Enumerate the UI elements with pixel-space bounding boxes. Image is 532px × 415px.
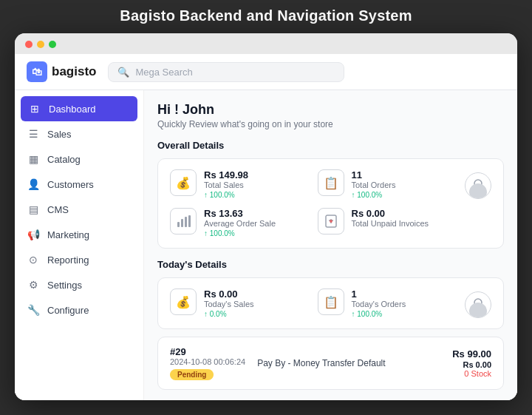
- unpaid-invoices-value: Rs 0.00: [352, 208, 429, 219]
- today-avatar: [465, 291, 491, 318]
- dot-minimize[interactable]: [37, 41, 44, 48]
- sidebar-item-customers[interactable]: 👤 Customers: [15, 172, 143, 197]
- overall-section-title: Overall Details: [157, 140, 504, 151]
- today-section-title: Today's Details: [157, 259, 504, 270]
- app-header: 🛍 bagisto 🔍 Mega Search: [15, 54, 517, 90]
- stat-total-orders: 📋 11 Total Orders 100.0%: [318, 169, 454, 199]
- search-bar[interactable]: 🔍 Mega Search: [108, 62, 344, 82]
- avg-order-icon: [170, 208, 197, 235]
- sidebar-item-label-configure: Configure: [47, 305, 89, 316]
- today-sales-icon: 💰: [170, 289, 197, 315]
- sales-icon: ☰: [27, 128, 40, 140]
- order-status-badge: Pending: [170, 369, 214, 380]
- svg-rect-4: [188, 215, 191, 227]
- sidebar-item-label-customers: Customers: [47, 179, 94, 190]
- stat-today-sales: 💰 Rs 0.00 Today's Sales 0.0%: [170, 289, 306, 318]
- total-sales-label: Total Sales: [204, 180, 248, 189]
- logo-text: bagisto: [52, 64, 96, 79]
- order-amount: Rs 99.00: [452, 348, 491, 360]
- order-totals: Rs 99.00 Rs 0.00 0 Stock: [452, 348, 491, 378]
- today-orders-text: 1 Today's Orders 100.0%: [352, 289, 406, 318]
- today-orders-label: Today's Orders: [352, 300, 406, 308]
- total-orders-text: 11 Total Orders 100.0%: [352, 169, 396, 199]
- total-sales-text: Rs 149.98 Total Sales 100.0%: [204, 169, 248, 199]
- stat-total-sales: 💰 Rs 149.98 Total Sales 100.0%: [170, 169, 306, 199]
- today-sales-label: Today's Sales: [204, 300, 254, 308]
- customers-icon: 👤: [27, 178, 40, 190]
- sidebar: ⊞ Dashboard ☰ Sales ▦ Catalog 👤 Customer…: [15, 90, 144, 400]
- app-body: ⊞ Dashboard ☰ Sales ▦ Catalog 👤 Customer…: [15, 90, 517, 400]
- catalog-icon: ▦: [27, 153, 40, 165]
- total-orders-value: 11: [352, 169, 396, 180]
- sidebar-item-catalog[interactable]: ▦ Catalog: [15, 146, 143, 172]
- search-icon: 🔍: [117, 67, 129, 78]
- greeting-sub: Quickly Review what's going on in your s…: [157, 119, 504, 129]
- total-orders-change: 100.0%: [352, 191, 396, 199]
- search-placeholder: Mega Search: [135, 67, 192, 78]
- sidebar-item-dashboard[interactable]: ⊞ Dashboard: [21, 96, 137, 121]
- dashboard-icon: ⊞: [28, 103, 41, 115]
- sidebar-item-label-sales: Sales: [47, 129, 72, 140]
- sidebar-item-label-dashboard: Dashboard: [49, 104, 96, 115]
- cms-icon: ▤: [27, 203, 40, 215]
- stat-today-orders: 📋 1 Today's Orders 100.0%: [318, 289, 454, 318]
- unpaid-invoices-icon: [318, 208, 344, 235]
- greeting: Hi ! John: [157, 102, 504, 118]
- svg-rect-2: [181, 219, 183, 227]
- sidebar-item-label-reporting: Reporting: [47, 254, 89, 266]
- sidebar-item-sales[interactable]: ☰ Sales: [15, 121, 143, 146]
- sidebar-item-reporting[interactable]: ⊙ Reporting: [15, 247, 143, 272]
- total-orders-label: Total Orders: [352, 180, 396, 189]
- svg-point-0: [474, 180, 482, 187]
- today-sales-change: 0.0%: [204, 310, 254, 318]
- total-sales-change: 100.0%: [204, 191, 248, 199]
- order-row[interactable]: #29 2024-10-08 00:06:24 Pending Pay By -…: [157, 337, 504, 390]
- svg-rect-3: [185, 217, 187, 227]
- avg-order-value: Rs 13.63: [204, 208, 276, 219]
- today-sales-value: Rs 0.00: [204, 289, 254, 300]
- dot-maximize[interactable]: [49, 41, 56, 48]
- logo-area: 🛍 bagisto: [27, 61, 96, 82]
- sidebar-item-label-marketing: Marketing: [47, 229, 89, 240]
- today-orders-change: 100.0%: [352, 310, 406, 318]
- sidebar-item-label-settings: Settings: [47, 280, 82, 291]
- unpaid-invoices-label: Total Unpaid Invoices: [352, 219, 429, 228]
- sidebar-item-marketing[interactable]: 📢 Marketing: [15, 222, 143, 247]
- browser-chrome: [15, 33, 517, 54]
- overall-avatar: [465, 172, 491, 199]
- order-amount-rs: Rs 99.00: [452, 348, 491, 360]
- avg-order-text: Rs 13.63 Average Order Sale 100.0%: [204, 208, 276, 237]
- svg-point-9: [474, 299, 482, 306]
- order-stock: 0 Stock: [452, 369, 491, 378]
- svg-rect-1: [177, 222, 180, 227]
- marketing-icon: 📢: [27, 229, 40, 240]
- logo-icon: 🛍: [27, 61, 47, 82]
- avg-order-change: 100.0%: [204, 229, 276, 237]
- total-orders-icon: 📋: [318, 169, 344, 196]
- page-title: Bagisto Backend and Navigation System: [120, 7, 412, 24]
- total-sales-icon: 💰: [170, 169, 197, 196]
- browser-dots: [25, 41, 507, 48]
- avg-order-label: Average Order Sale: [204, 219, 276, 228]
- unpaid-invoices-text: Rs 0.00 Total Unpaid Invoices: [352, 208, 429, 229]
- dot-close[interactable]: [25, 41, 33, 48]
- svg-point-8: [330, 220, 332, 223]
- today-orders-value: 1: [352, 289, 406, 300]
- order-id: #29: [170, 346, 245, 357]
- today-sales-text: Rs 0.00 Today's Sales 0.0%: [204, 289, 254, 318]
- sidebar-item-cms[interactable]: ▤ CMS: [15, 197, 143, 222]
- sidebar-item-settings[interactable]: ⚙ Settings: [15, 272, 143, 297]
- today-stats-card: 💰 Rs 0.00 Today's Sales 0.0% 📋 1: [157, 277, 504, 329]
- sidebar-item-configure[interactable]: 🔧 Configure: [15, 297, 143, 323]
- outer-wrapper: Bagisto Backend and Navigation System 🛍 …: [0, 0, 532, 415]
- order-info: #29 2024-10-08 00:06:24 Pending: [170, 346, 245, 380]
- reporting-icon: ⊙: [27, 254, 40, 266]
- overall-stats-card: 💰 Rs 149.98 Total Sales 100.0% 📋 11: [157, 158, 504, 249]
- stat-avg-order: Rs 13.63 Average Order Sale 100.0%: [170, 208, 306, 237]
- order-date: 2024-10-08 00:06:24: [170, 357, 245, 366]
- total-sales-value: Rs 149.98: [204, 169, 248, 180]
- stat-unpaid-invoices: Rs 0.00 Total Unpaid Invoices: [318, 208, 454, 235]
- settings-icon: ⚙: [27, 279, 40, 291]
- configure-icon: 🔧: [27, 304, 40, 316]
- sidebar-item-label-cms: CMS: [47, 204, 69, 215]
